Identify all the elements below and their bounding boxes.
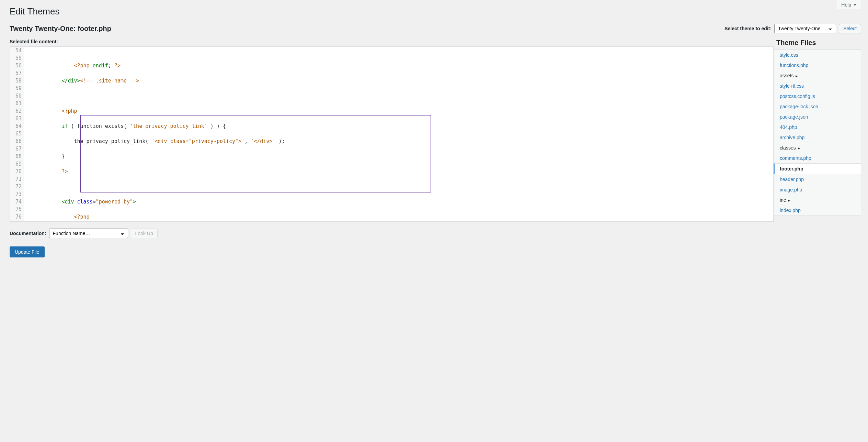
documentation-label: Documentation: [10,231,46,236]
file-item-comments-php[interactable]: comments.php [774,153,861,163]
theme-select-group: Select theme to edit: Twenty Twenty-One … [724,24,861,33]
line-gutter: 5455565758596061626364656667686970717273… [10,47,24,222]
update-file-button[interactable]: Update File [10,246,45,257]
chevron-down-icon: ▼ [853,3,857,7]
file-item-style-rtl-css[interactable]: style-rtl.css [774,81,861,91]
file-item-header-php[interactable]: header.php [774,174,861,185]
editing-file-heading: Twenty Twenty-One: footer.php [10,25,111,33]
file-item-assets[interactable]: assets [774,70,861,81]
file-item-inc[interactable]: inc [774,195,861,205]
file-list: style.cssfunctions.phpassetsstyle-rtl.cs… [774,49,861,216]
code-editor[interactable]: 5455565758596061626364656667686970717273… [10,46,774,222]
file-item-postcss-config-js[interactable]: postcss.config.js [774,91,861,101]
selected-file-label: Selected file content: [10,39,774,44]
lookup-button[interactable]: Look Up [131,229,158,238]
file-item-archive-php[interactable]: archive.php [774,132,861,143]
file-item-functions-php[interactable]: functions.php [774,60,861,70]
file-item-classes[interactable]: classes [774,143,861,153]
theme-select[interactable]: Twenty Twenty-One [774,24,836,33]
file-item-package-json[interactable]: package.json [774,112,861,122]
select-button[interactable]: Select [839,24,861,33]
file-item-index-php[interactable]: index.php [774,205,861,216]
file-item-footer-php[interactable]: footer.php [774,163,861,174]
file-item-404-php[interactable]: 404.php [774,122,861,132]
file-item-image-php[interactable]: image.php [774,185,861,195]
file-item-style-css[interactable]: style.css [774,50,861,60]
theme-files-heading: Theme Files [776,39,861,47]
function-select[interactable]: Function Name… [49,229,128,238]
file-item-package-lock-json[interactable]: package-lock.json [774,101,861,112]
header-row: Twenty Twenty-One: footer.php Select the… [10,24,861,33]
code-content[interactable]: <?php endif; ?> </div><!-- .site-name --… [24,47,773,222]
page-title: Edit Themes [10,6,861,17]
help-tab[interactable]: Help ▼ [837,0,861,10]
documentation-row: Documentation: Function Name… Look Up [10,229,774,238]
select-theme-label: Select theme to edit: [724,26,772,31]
help-label: Help [841,2,851,8]
